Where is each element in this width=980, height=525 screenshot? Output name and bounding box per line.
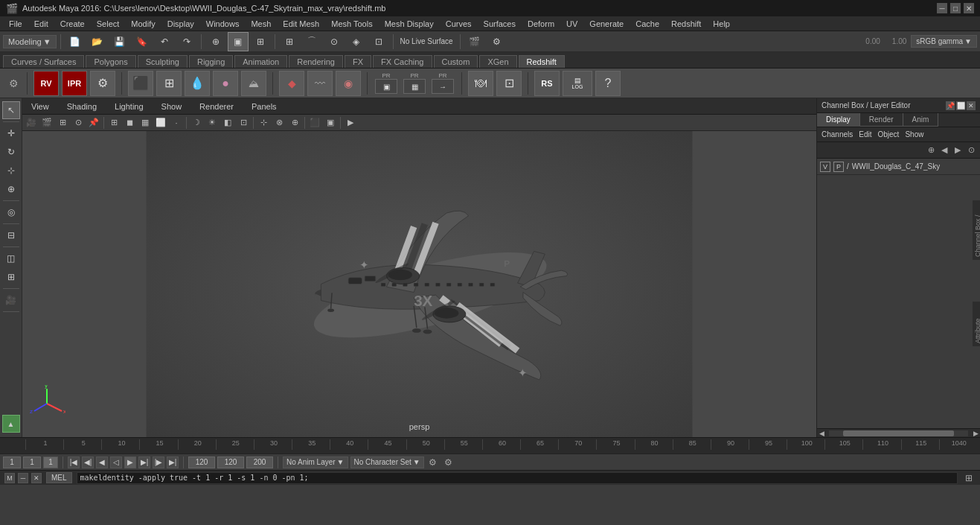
- panel-pin-btn[interactable]: 📌: [946, 101, 955, 110]
- snap-to-point-icon[interactable]: ⊙: [324, 32, 345, 51]
- char-set-btn[interactable]: ⚙: [442, 456, 455, 468]
- select-by-hierarchy-icon[interactable]: ▣: [228, 32, 249, 51]
- viewport-canvas[interactable]: 3X ✦ ✦ P: [22, 131, 816, 437]
- select-mode-btn[interactable]: ↖: [2, 101, 20, 119]
- panel-close-btn[interactable]: ✕: [967, 101, 976, 110]
- vp-bbox-icon[interactable]: ⬜: [153, 116, 168, 130]
- gamma-dropdown[interactable]: sRGB gamma ▼: [911, 35, 977, 48]
- universal-manip-btn[interactable]: ⊕: [2, 180, 20, 198]
- vp-camera-icon[interactable]: 🎥: [24, 116, 39, 130]
- goto-start-btn[interactable]: |◀: [68, 456, 80, 468]
- shelf-tab-xgen[interactable]: XGen: [479, 55, 516, 68]
- display-settings-icon[interactable]: ⚙: [487, 32, 507, 51]
- menu-edit[interactable]: Edit: [28, 18, 54, 30]
- rs-obj2-icon[interactable]: 〰: [307, 71, 333, 96]
- goto-end-btn[interactable]: ▶|: [167, 456, 179, 468]
- rs-pr2-icon[interactable]: ▦: [403, 79, 426, 94]
- shelf-tab-fx[interactable]: FX: [345, 55, 371, 68]
- anim-prefs-btn[interactable]: ⚙: [426, 456, 440, 468]
- vp-bookmarks-icon[interactable]: 📌: [86, 116, 101, 130]
- rs-pr3-icon[interactable]: →: [432, 79, 454, 94]
- mode-dropdown[interactable]: Modeling ▼: [3, 35, 57, 48]
- prev-key-btn[interactable]: ◀: [96, 456, 108, 468]
- menu-modify[interactable]: Modify: [125, 18, 161, 30]
- script-mode-label[interactable]: MEL: [46, 472, 72, 483]
- vp-menu-shading[interactable]: Shading: [64, 102, 100, 111]
- vp-wireframe-icon[interactable]: ⊞: [106, 116, 121, 130]
- shelf-tab-custom[interactable]: Custom: [434, 55, 478, 68]
- rs-ipr-icon[interactable]: IPR: [62, 71, 87, 96]
- minimize-button[interactable]: ─: [937, 3, 947, 13]
- vp-renderable-icon[interactable]: ⬛: [307, 116, 322, 130]
- command-input[interactable]: [77, 472, 958, 484]
- win-close-btn[interactable]: ✕: [31, 473, 42, 483]
- rs-geo-mountain-icon[interactable]: ⛰: [241, 71, 266, 96]
- vp-menu-view[interactable]: View: [28, 102, 52, 111]
- step-back-btn[interactable]: ◀|: [82, 456, 94, 468]
- max-frame-input[interactable]: [246, 456, 273, 468]
- scale-tool-btn[interactable]: ⊹: [2, 162, 20, 179]
- menu-surfaces[interactable]: Surfaces: [478, 18, 522, 30]
- vp-snap-icon[interactable]: ⊙: [71, 116, 86, 130]
- shelf-tab-fxcaching[interactable]: FX Caching: [373, 55, 432, 68]
- shelf-tab-animation[interactable]: Animation: [234, 55, 287, 68]
- close-button[interactable]: ✕: [964, 3, 974, 13]
- cb-tab-anim[interactable]: Anim: [903, 113, 939, 127]
- snap-to-surface-icon[interactable]: ◈: [346, 32, 367, 51]
- next-key-btn[interactable]: ▶|: [138, 456, 150, 468]
- rs-light1-icon[interactable]: 🍽: [468, 71, 493, 96]
- vp-light-icon[interactable]: ☀: [205, 116, 220, 130]
- rs-geo-sphere-icon[interactable]: ●: [213, 71, 238, 96]
- maya-window-icon[interactable]: M: [4, 473, 15, 483]
- shelf-tab-polygons[interactable]: Polygons: [86, 55, 135, 68]
- snap-to-grid-icon[interactable]: ⊞: [279, 32, 300, 51]
- char-set-dropdown[interactable]: No Character Set ▼: [350, 456, 424, 468]
- shelf-tab-redshift[interactable]: Redshift: [519, 55, 565, 68]
- save-new-icon[interactable]: 🔖: [132, 32, 153, 51]
- vp-film-icon[interactable]: 🎬: [39, 116, 54, 130]
- layer-prev-icon[interactable]: ◀: [938, 144, 950, 156]
- camera-tools-btn[interactable]: 🎥: [2, 291, 20, 309]
- vp-resolution-icon[interactable]: ▣: [323, 116, 338, 130]
- rs-pr1-icon[interactable]: ▣: [375, 79, 397, 94]
- layer-add-icon[interactable]: ⊕: [925, 144, 937, 156]
- render-icon[interactable]: 🎬: [464, 32, 485, 51]
- rs-shader-icon[interactable]: RS: [534, 71, 560, 96]
- shelf-tab-curves[interactable]: Curves / Surfaces: [3, 55, 84, 68]
- vp-menu-panels[interactable]: Panels: [249, 102, 280, 111]
- menu-select[interactable]: Select: [91, 18, 126, 30]
- cb-tab-display[interactable]: Display: [817, 113, 860, 127]
- vp-menu-lighting[interactable]: Lighting: [112, 102, 147, 111]
- snap-to-view-icon[interactable]: ⊡: [368, 32, 389, 51]
- rs-help-icon[interactable]: ?: [595, 71, 621, 96]
- rotate-tool-btn[interactable]: ↻: [2, 143, 20, 161]
- scrollbar-thumb[interactable]: [843, 430, 955, 436]
- undo-icon[interactable]: ↶: [154, 32, 175, 51]
- show-manip-btn[interactable]: ⊟: [2, 226, 20, 244]
- vp-ortho-icon[interactable]: ⊞: [55, 116, 70, 130]
- rs-render-view-icon[interactable]: RV: [33, 71, 59, 96]
- menu-cache[interactable]: Cache: [630, 18, 665, 30]
- menu-redshift[interactable]: Redshift: [665, 18, 707, 30]
- current-frame-input[interactable]: [23, 456, 41, 468]
- menu-edit-mesh[interactable]: Edit Mesh: [277, 18, 325, 30]
- vp-hud-icon[interactable]: ⊕: [287, 116, 302, 130]
- panel-float-btn[interactable]: ⬜: [956, 101, 965, 110]
- vp-uv-icon[interactable]: ⊡: [236, 116, 251, 130]
- rs-geo-black-icon[interactable]: ⬛: [128, 71, 153, 96]
- snap-plus-btn[interactable]: ⊞: [2, 268, 20, 286]
- cb-menu-channels[interactable]: Channels: [822, 130, 853, 139]
- shelf-tab-rigging[interactable]: Rigging: [189, 55, 233, 68]
- menu-deform[interactable]: Deform: [522, 18, 560, 30]
- vp-shadow-icon[interactable]: ☽: [189, 116, 204, 130]
- menu-uv[interactable]: UV: [560, 18, 583, 30]
- menu-file[interactable]: File: [3, 18, 28, 30]
- menu-generate[interactable]: Generate: [583, 18, 630, 30]
- play-fwd-btn[interactable]: ▶: [124, 456, 136, 468]
- shelf-tab-rendering[interactable]: Rendering: [289, 55, 343, 68]
- end-frame2-input[interactable]: [217, 456, 244, 468]
- step-fwd-btn[interactable]: |▶: [153, 456, 164, 468]
- open-scene-icon[interactable]: 📂: [87, 32, 108, 51]
- win-min-btn[interactable]: ─: [18, 473, 28, 483]
- vp-overlay-icon[interactable]: ⊗: [272, 116, 286, 130]
